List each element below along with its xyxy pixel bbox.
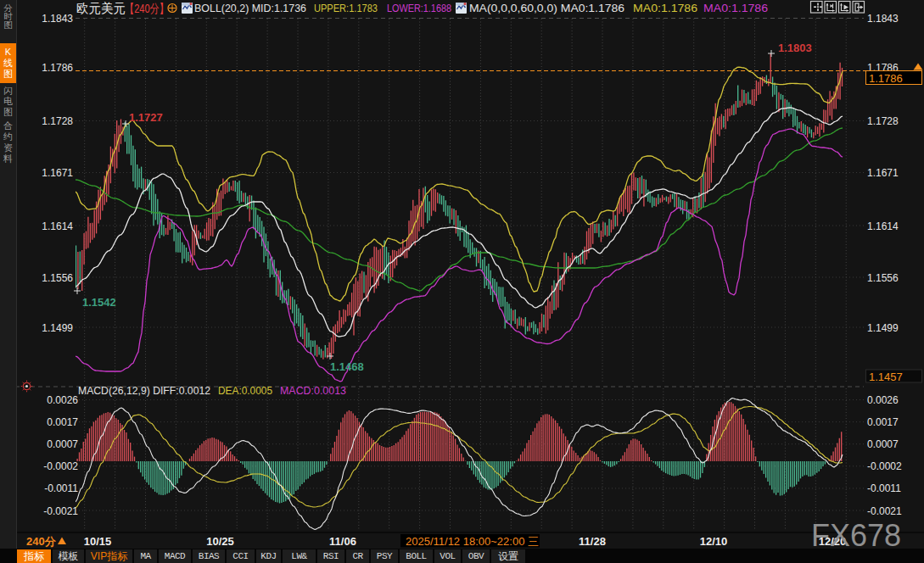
svg-text:1.1786: 1.1786	[42, 62, 73, 74]
svg-text:-0.0021: -0.0021	[867, 505, 902, 517]
svg-text:0.0007: 0.0007	[867, 438, 899, 450]
svg-text:1.1614: 1.1614	[867, 220, 899, 232]
svg-text:欧元美元: 欧元美元	[76, 1, 126, 15]
svg-text:11/06: 11/06	[329, 535, 356, 548]
svg-text:1.1803: 1.1803	[778, 42, 812, 54]
svg-text:1.1499: 1.1499	[867, 322, 899, 334]
svg-text:1.1457: 1.1457	[869, 371, 903, 383]
svg-text:1.1671: 1.1671	[42, 167, 73, 179]
svg-text:1.1728: 1.1728	[42, 115, 73, 127]
svg-text:MA0:1.1786: MA0:1.1786	[633, 2, 697, 14]
svg-text:LOWER:1.1688: LOWER:1.1688	[387, 2, 451, 14]
svg-text:2025/11/12 18:00~22:00 三: 2025/11/12 18:00~22:00 三	[406, 535, 539, 548]
svg-text:-0.0021: -0.0021	[43, 505, 78, 517]
svg-text:MACD:0.0013: MACD:0.0013	[280, 384, 346, 397]
svg-text:1.1843: 1.1843	[867, 13, 899, 25]
svg-text:1.1614: 1.1614	[42, 220, 73, 232]
svg-text:1.1786: 1.1786	[869, 72, 903, 85]
svg-text:-0.0002: -0.0002	[867, 460, 902, 472]
svg-text:0.0026: 0.0026	[867, 394, 899, 406]
svg-text:-0.0011: -0.0011	[867, 482, 901, 494]
svg-text:0.0017: 0.0017	[867, 416, 899, 428]
svg-text:BOLL(20,2) MID:1.1736: BOLL(20,2) MID:1.1736	[194, 2, 306, 14]
svg-text:10/15: 10/15	[84, 535, 112, 548]
svg-text:0.0026: 0.0026	[47, 394, 78, 406]
svg-text:-0.0011: -0.0011	[44, 482, 78, 494]
svg-text:-0.0002: -0.0002	[43, 460, 78, 472]
svg-text:FX678: FX678	[811, 518, 901, 553]
svg-text:240分: 240分	[26, 535, 57, 548]
svg-text:1.1843: 1.1843	[42, 13, 73, 25]
svg-text:1.1728: 1.1728	[867, 115, 899, 127]
svg-text:MA0:1.1786: MA0:1.1786	[703, 2, 768, 14]
svg-text:DEA:0.0005: DEA:0.0005	[218, 384, 272, 397]
svg-text:1.1556: 1.1556	[42, 272, 73, 284]
svg-text:1.1556: 1.1556	[867, 272, 899, 284]
svg-text:1.1499: 1.1499	[42, 322, 73, 334]
svg-text:1.1542: 1.1542	[82, 296, 116, 309]
svg-text:【240分】: 【240分】	[125, 2, 169, 15]
svg-text:MA(0,0,0,60,0,0) MA0:1.1786: MA(0,0,0,60,0,0) MA0:1.1786	[469, 2, 624, 14]
svg-text:11/28: 11/28	[579, 535, 606, 548]
svg-text:12/10: 12/10	[700, 535, 728, 548]
svg-text:0.0007: 0.0007	[47, 438, 78, 450]
svg-text:1.1727: 1.1727	[129, 111, 163, 124]
svg-text:1.1671: 1.1671	[867, 167, 899, 179]
svg-text:UPPER:1.1783: UPPER:1.1783	[314, 2, 378, 14]
svg-text:0.0017: 0.0017	[47, 416, 78, 428]
svg-text:MACD(26,12,9) DIFF:0.0012: MACD(26,12,9) DIFF:0.0012	[78, 384, 210, 397]
svg-text:1.1468: 1.1468	[330, 360, 364, 373]
svg-text:10/25: 10/25	[206, 535, 234, 548]
